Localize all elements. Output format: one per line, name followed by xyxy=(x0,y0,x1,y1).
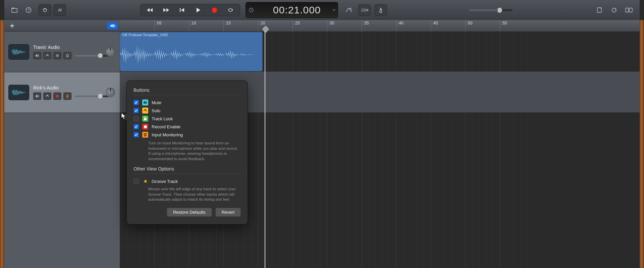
master-volume xyxy=(469,9,513,11)
solo-icon xyxy=(142,108,148,114)
track-volume-slider[interactable] xyxy=(75,95,112,97)
pan-knob[interactable] xyxy=(106,47,115,57)
option-label: Track Lock xyxy=(152,116,173,121)
window-wood-left xyxy=(0,20,4,268)
restore-defaults-button[interactable]: Restore Defaults xyxy=(167,208,212,217)
play-button[interactable] xyxy=(190,4,206,16)
notepad-button[interactable] xyxy=(593,5,605,15)
option-label: Solo xyxy=(152,108,160,113)
region-name: GB Podcast Template_1#02 xyxy=(122,33,168,37)
popover-section-title: Other View Options xyxy=(133,166,241,172)
ruler-tick: :40 xyxy=(396,20,396,31)
clock-icon xyxy=(249,7,254,14)
svg-rect-28 xyxy=(144,118,147,120)
checkbox[interactable] xyxy=(133,116,139,121)
popover-section-title: Buttons xyxy=(133,87,241,93)
svg-rect-14 xyxy=(112,24,112,27)
track-lane[interactable]: GB Podcast Template_1#02 xyxy=(120,31,640,72)
help-button[interactable]: ? xyxy=(22,5,35,15)
library-button[interactable] xyxy=(8,5,20,15)
config-option-mute[interactable]: Mute xyxy=(133,98,241,107)
forward-button[interactable] xyxy=(158,4,174,16)
checkbox[interactable] xyxy=(133,124,139,129)
window-wood-right xyxy=(640,20,644,268)
groove-track-description: Mouse over the left edge of any track to… xyxy=(148,187,241,202)
go-to-start-button[interactable] xyxy=(174,4,190,16)
pan-knob[interactable] xyxy=(106,88,115,97)
ruler-tick: :25 xyxy=(292,20,293,31)
track-header[interactable]: Travis' Audio xyxy=(4,32,120,72)
svg-point-24 xyxy=(66,95,68,97)
slider-thumb[interactable] xyxy=(497,8,502,13)
option-label: Record Enable xyxy=(152,124,180,129)
config-option-rec[interactable]: Record Enable xyxy=(133,123,241,131)
time-ruler[interactable]: :05:10:15:20:25:30:35:40:45:50:55 xyxy=(120,20,640,32)
option-label: Mute xyxy=(152,100,161,105)
record-enable-button[interactable] xyxy=(53,52,61,59)
input-monitor-button[interactable] xyxy=(63,92,71,100)
chevron-down-icon[interactable] xyxy=(332,7,336,13)
checkbox[interactable] xyxy=(133,108,139,113)
ruler-tick: :05 xyxy=(154,20,155,31)
ruler-tick: :35 xyxy=(362,20,362,31)
smart-controls-button[interactable] xyxy=(39,4,51,16)
svg-rect-12 xyxy=(626,8,629,12)
metronome-button[interactable] xyxy=(374,4,387,16)
svg-point-19 xyxy=(47,54,48,56)
editors-button[interactable] xyxy=(53,4,66,16)
svg-rect-1 xyxy=(12,8,14,9)
solo-button[interactable] xyxy=(43,52,51,59)
media-browser-button[interactable] xyxy=(623,5,635,15)
mute-button[interactable] xyxy=(33,92,41,100)
ruler-tick: :45 xyxy=(431,20,431,31)
record-enable-button[interactable] xyxy=(53,92,61,100)
svg-rect-16 xyxy=(114,24,114,27)
solo-button[interactable] xyxy=(43,92,51,100)
svg-rect-0 xyxy=(12,8,17,12)
svg-point-20 xyxy=(66,54,68,56)
input-monitoring-description: Turn on Input Monitoring to hear sound f… xyxy=(148,141,241,161)
master-volume-slider[interactable] xyxy=(469,9,513,11)
audio-region[interactable]: GB Podcast Template_1#02 xyxy=(120,32,263,71)
lock-icon xyxy=(142,116,148,122)
track-header-top xyxy=(4,20,120,32)
svg-rect-13 xyxy=(629,8,632,12)
ruler-tick: :20 xyxy=(258,20,258,31)
ruler-tick: :30 xyxy=(327,20,327,31)
track-header-area: Travis' Audio Rick's Audio xyxy=(4,20,120,268)
input-monitor-button[interactable] xyxy=(63,52,71,59)
revert-button[interactable]: Revert xyxy=(215,208,241,217)
checkbox[interactable] xyxy=(133,132,139,137)
svg-point-23 xyxy=(47,95,48,96)
master-eq-button[interactable] xyxy=(343,5,355,15)
groove-track-option[interactable]: ★ Groove Track xyxy=(133,177,241,185)
track-header-config-popover: Buttons MuteSoloTrack LockRecord EnableI… xyxy=(126,80,248,224)
track-volume-slider[interactable] xyxy=(75,55,112,57)
star-icon: ★ xyxy=(142,178,148,184)
track-header[interactable]: Rick's Audio xyxy=(4,72,120,113)
count-in-button[interactable]: 1234 xyxy=(358,4,371,16)
ruler-tick: :50 xyxy=(465,20,466,31)
track-header-config-button[interactable] xyxy=(107,22,118,29)
mute-button[interactable] xyxy=(33,52,41,59)
svg-point-11 xyxy=(612,8,616,12)
svg-point-29 xyxy=(144,133,146,135)
checkbox[interactable] xyxy=(133,179,139,184)
checkbox[interactable] xyxy=(133,100,139,105)
rewind-button[interactable] xyxy=(142,4,158,16)
ruler-tick: :10 xyxy=(189,20,189,31)
track-type-icon xyxy=(8,85,29,100)
lcd-display[interactable]: 00:21.000 xyxy=(246,2,338,18)
option-label: Input Monitoring xyxy=(152,132,183,137)
config-option-mon[interactable]: Input Monitoring xyxy=(133,131,241,139)
track-type-icon xyxy=(8,44,29,60)
config-option-solo[interactable]: Solo xyxy=(133,107,241,115)
mute-icon xyxy=(142,99,148,106)
mon-icon xyxy=(142,132,148,138)
add-track-button[interactable] xyxy=(6,21,18,30)
ruler-tick: :55 xyxy=(500,20,500,31)
cycle-button[interactable] xyxy=(222,4,238,16)
config-option-lock[interactable]: Track Lock xyxy=(133,115,241,123)
record-button[interactable] xyxy=(206,4,222,16)
loop-browser-button[interactable] xyxy=(608,5,620,15)
